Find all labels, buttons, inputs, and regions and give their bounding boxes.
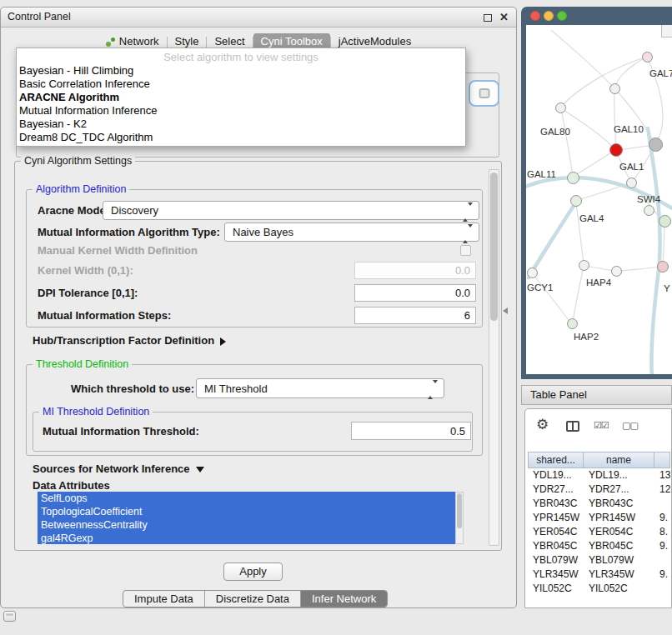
sources-label: Sources for Network Inference <box>33 462 190 475</box>
table-row[interactable]: YDL19...YDL19...13 <box>528 468 671 482</box>
combo-arrows-icon <box>428 383 438 396</box>
attribute-item-betweennesscentrality[interactable]: BetweennessCentrality <box>38 518 455 532</box>
settings-scrollbar[interactable] <box>489 169 499 546</box>
network-node[interactable] <box>657 261 669 272</box>
table-cell <box>654 582 670 596</box>
algorithm-option-bayesian-k2[interactable]: Bayesian - K2 <box>17 118 465 131</box>
network-canvas[interactable]: GAL7GAL80GAL10GAL11GAL1SWI4GAL4GCY1HAP4H… <box>526 25 672 374</box>
table-body: YDL19...YDL19...13YDR27...YDR27...12YBR0… <box>528 468 671 596</box>
table-row[interactable]: YPR145WYPR145W9. <box>528 511 671 525</box>
attribute-item-selfloops[interactable]: SelfLoops <box>38 492 455 505</box>
network-node[interactable] <box>609 83 620 94</box>
which-threshold-label: Which threshold to use: <box>71 379 194 398</box>
network-node-label-gal10: GAL10 <box>614 124 644 134</box>
column-header-name[interactable]: name <box>584 452 654 468</box>
network-node[interactable] <box>567 318 578 329</box>
network-node[interactable] <box>609 143 623 157</box>
bottom-tab-infer-network[interactable]: Infer Network <box>301 591 387 607</box>
table-panel-titlebar[interactable]: Table Panel <box>521 385 672 405</box>
table-cell: YDL19... <box>528 468 584 482</box>
mi-steps-field[interactable]: 6 <box>354 307 476 324</box>
aracne-mode-select[interactable]: Discovery <box>103 201 479 220</box>
network-node[interactable] <box>659 215 671 228</box>
column-header-shared[interactable]: shared... <box>528 452 584 468</box>
table-cell: 13 <box>654 468 670 482</box>
sources-section-toggle[interactable]: Sources for Network Inference <box>33 462 204 476</box>
kernel-width-field[interactable]: 0.0 <box>354 262 476 279</box>
network-node-label-gal11: GAL11 <box>527 169 556 179</box>
table-row[interactable]: YBR045CYBR045C9. <box>528 539 671 553</box>
table-row[interactable]: YDR27...YDR27...12 <box>528 482 671 497</box>
mi-threshold-field[interactable]: 0.5 <box>351 422 471 440</box>
algorithm-option-bayesian-hill-climbing[interactable]: Bayesian - Hill Climbing <box>17 64 465 78</box>
table-cell: YBL079W <box>584 553 654 568</box>
desktop: Control Panel ✕ NetworkStyleSelectCyni T… <box>0 0 672 635</box>
table-cell: YPR145W <box>584 511 654 525</box>
column-header-2[interactable] <box>654 452 670 468</box>
table-row[interactable]: YIL052CYIL052C <box>528 582 671 596</box>
table-header: shared...name <box>528 452 670 468</box>
which-threshold-select[interactable]: MI Threshold <box>196 378 444 398</box>
attribute-item-topologicalcoefficient[interactable]: TopologicalCoefficient <box>38 505 455 518</box>
scrollbar-thumb[interactable] <box>490 172 498 321</box>
table-cell: YER054C <box>528 525 584 539</box>
select-all-checks-icon[interactable]: ☑☑ <box>594 420 609 431</box>
table-row[interactable]: YER054CYER054C8. <box>528 525 671 539</box>
dropdown-placeholder: Select algorithm to view settings <box>17 50 465 64</box>
table-cell: 9. <box>654 568 670 582</box>
zoom-window-button[interactable] <box>557 11 567 21</box>
algorithm-option-aracne-algorithm[interactable]: ARACNE Algorithm <box>17 91 465 104</box>
network-node[interactable] <box>570 195 582 207</box>
hub-section-toggle[interactable]: Hub/Transcription Factor Definition <box>33 333 226 348</box>
table-cell <box>654 497 670 511</box>
bottom-tab-impute-data[interactable]: Impute Data <box>123 591 205 607</box>
dpi-tolerance-field[interactable]: 0.0 <box>354 284 476 302</box>
control-panel-titlebar[interactable]: Control Panel ✕ <box>1 8 516 28</box>
splitter-collapse-icon[interactable] <box>503 308 508 314</box>
column-layout-icon[interactable] <box>566 421 579 432</box>
table-row[interactable]: YBL079WYBL079W <box>528 553 671 568</box>
minimize-window-button[interactable] <box>544 11 554 21</box>
hub-section-label: Hub/Transcription Factor Definition <box>33 334 214 347</box>
algorithm-option-dream8-dc-tdc-algorithm[interactable]: Dream8 DC_TDC Algorithm <box>17 131 465 144</box>
close-window-button[interactable] <box>530 11 540 21</box>
float-window-icon[interactable] <box>484 14 492 22</box>
deselect-all-checks-icon[interactable]: ▢▢ <box>622 420 638 431</box>
algorithm-option-basic-correlation-inference[interactable]: Basic Correlation Inference <box>17 78 465 91</box>
network-node-label-y: Y <box>664 283 670 293</box>
apply-button[interactable]: Apply <box>223 562 283 581</box>
network-node[interactable] <box>567 172 579 184</box>
attribute-item-gal4rgexp[interactable]: gal4RGexp <box>38 532 455 544</box>
table-settings-gear-icon[interactable]: ⚙ <box>536 416 549 433</box>
aracne-mode-label: Aracne Mode: <box>38 201 109 220</box>
manual-kernel-checkbox[interactable] <box>460 245 471 256</box>
attribute-list-scrollbar[interactable] <box>455 492 464 544</box>
table-cell: YDL19... <box>584 468 654 482</box>
scrollbar-thumb[interactable] <box>457 493 462 528</box>
scrollbar-corner[interactable] <box>661 25 672 38</box>
table-cell: YBR043C <box>584 497 654 511</box>
network-node[interactable] <box>626 178 637 188</box>
network-icon <box>106 38 115 47</box>
network-node[interactable] <box>579 260 589 271</box>
network-node[interactable] <box>611 266 622 277</box>
network-node[interactable] <box>527 268 538 278</box>
network-node[interactable] <box>644 205 654 216</box>
table-cell: 12 <box>654 482 670 497</box>
control-panel-window: Control Panel ✕ NetworkStyleSelectCyni T… <box>0 7 517 608</box>
mi-type-select[interactable]: Naive Bayes <box>224 222 479 242</box>
network-node[interactable] <box>642 52 653 62</box>
network-node[interactable] <box>649 138 663 152</box>
algorithm-option-mutual-information-inference[interactable]: Mutual Information Inference <box>17 104 465 118</box>
group-title: Threshold Definition <box>33 358 132 370</box>
table-row[interactable]: YLR345WYLR345W9. <box>528 568 671 582</box>
algorithm-aux-button[interactable] <box>469 80 499 107</box>
network-node-label-gal1: GAL1 <box>619 162 644 172</box>
table-row[interactable]: YBR043CYBR043C <box>528 497 671 511</box>
network-node-label-hap2: HAP2 <box>574 332 599 342</box>
close-icon[interactable]: ✕ <box>499 11 509 23</box>
bottom-tab-discretize-data[interactable]: Discretize Data <box>205 591 301 607</box>
dock-panel-icon[interactable] <box>3 611 16 622</box>
network-node[interactable] <box>555 102 566 113</box>
table-cell: YBR045C <box>528 539 584 553</box>
